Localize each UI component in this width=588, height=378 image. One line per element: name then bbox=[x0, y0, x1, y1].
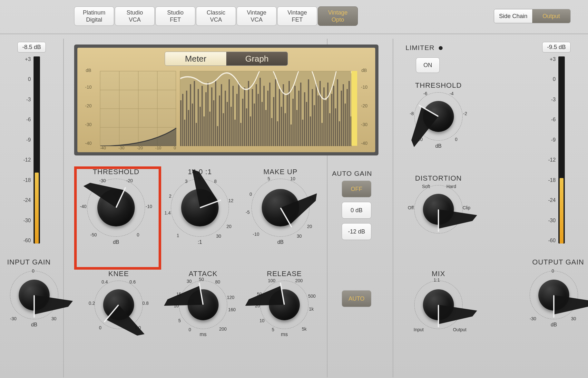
threshold-unit: dB bbox=[81, 239, 152, 245]
svg-rect-84 bbox=[331, 94, 332, 146]
svg-rect-44 bbox=[254, 104, 255, 146]
preset-classic-vca[interactable]: Classic VCA bbox=[196, 6, 236, 26]
svg-rect-28 bbox=[223, 113, 224, 146]
input-meter: -8.5 dB +30 -3-6 -9-12 -18-24 -30-60 bbox=[9, 42, 54, 244]
input-meter-scale: +30 -3-6 -9-12 -18-24 -30-60 bbox=[23, 56, 31, 244]
limiter-on-button[interactable]: ON bbox=[416, 57, 440, 73]
svg-rect-70 bbox=[304, 92, 305, 146]
threshold-knob[interactable]: THRESHOLD -30 -20 -40 -10 -50 0 dB bbox=[81, 168, 152, 245]
makeup-unit: dB bbox=[245, 239, 316, 245]
svg-rect-31 bbox=[229, 79, 230, 146]
svg-rect-88 bbox=[339, 121, 340, 146]
svg-rect-11 bbox=[190, 84, 191, 146]
svg-rect-86 bbox=[335, 108, 336, 146]
svg-rect-69 bbox=[302, 120, 303, 146]
makeup-knob[interactable]: MAKE UP 5 10 0 15 -5 20 -10 30 dB bbox=[245, 168, 316, 245]
svg-rect-12 bbox=[192, 104, 193, 146]
auto-gain-minus12-button[interactable]: -12 dB bbox=[342, 223, 371, 240]
curve-plot-x-ticks: -40-30 -20-10 0 bbox=[100, 145, 176, 150]
svg-rect-9 bbox=[186, 91, 187, 146]
svg-rect-38 bbox=[242, 99, 243, 146]
svg-rect-7 bbox=[182, 94, 183, 146]
preset-vintage-vca[interactable]: Vintage VCA bbox=[237, 6, 277, 26]
svg-rect-49 bbox=[263, 86, 265, 146]
threshold-label: THRESHOLD bbox=[81, 168, 152, 176]
svg-rect-48 bbox=[261, 102, 263, 146]
input-gain-knob[interactable]: 0 -30 30 dB bbox=[0, 268, 70, 328]
svg-rect-27 bbox=[221, 84, 222, 146]
svg-rect-42 bbox=[250, 116, 251, 146]
svg-rect-62 bbox=[289, 81, 290, 146]
display-left-axis: -10 -20 -30 -40 bbox=[85, 71, 93, 146]
svg-rect-23 bbox=[213, 100, 214, 146]
svg-rect-52 bbox=[269, 83, 270, 146]
preset-studio-fet[interactable]: Studio FET bbox=[155, 6, 195, 26]
ratio-knob[interactable]: 14.0 :1 5 3 8 2 12 1.4 20 1 30 :1 bbox=[164, 168, 235, 245]
svg-rect-91 bbox=[345, 104, 346, 146]
svg-rect-21 bbox=[209, 112, 211, 146]
mix-knob[interactable]: MIX 1:1 Input Output bbox=[403, 270, 474, 332]
display-tab-graph[interactable]: Graph bbox=[226, 52, 288, 65]
svg-rect-67 bbox=[298, 91, 299, 146]
svg-rect-73 bbox=[310, 116, 311, 146]
svg-rect-16 bbox=[200, 107, 201, 146]
svg-rect-34 bbox=[234, 120, 236, 146]
display-right-axis: -10 -20 -30 -40 bbox=[358, 71, 368, 146]
svg-rect-6 bbox=[180, 100, 181, 146]
svg-rect-90 bbox=[343, 84, 344, 146]
svg-rect-26 bbox=[219, 95, 220, 146]
svg-rect-10 bbox=[188, 110, 189, 146]
svg-rect-71 bbox=[306, 102, 307, 146]
io-side-chain[interactable]: Side Chain bbox=[494, 9, 532, 23]
svg-rect-22 bbox=[211, 87, 212, 146]
knee-knob[interactable]: KNEE 0.4 0.6 0.2 0.8 0 1.0 bbox=[83, 270, 154, 332]
preset-studio-vca[interactable]: Studio VCA bbox=[115, 6, 155, 26]
reduction-strip bbox=[351, 71, 357, 146]
auto-gain-off-button[interactable]: OFF bbox=[342, 181, 371, 197]
svg-rect-77 bbox=[318, 95, 319, 146]
io-output[interactable]: Output bbox=[532, 9, 570, 23]
svg-rect-92 bbox=[347, 89, 348, 146]
svg-rect-37 bbox=[240, 123, 241, 146]
svg-rect-13 bbox=[194, 81, 195, 146]
auto-gain-label: AUTO GAIN bbox=[332, 170, 372, 177]
svg-rect-79 bbox=[321, 123, 323, 146]
preset-vintage-fet[interactable]: Vintage FET bbox=[277, 6, 317, 26]
preset-vintage-opto[interactable]: Vintage Opto bbox=[318, 6, 358, 26]
display-tab-meter[interactable]: Meter bbox=[165, 52, 226, 65]
curve-plot bbox=[100, 71, 176, 146]
limiter-threshold-knob[interactable]: THRESHOLD -6 -4 -8 -2 -10 0 dB bbox=[403, 81, 474, 149]
distortion-knob[interactable]: DISTORTION Soft Hard Off Clip bbox=[403, 174, 474, 236]
svg-rect-57 bbox=[279, 89, 280, 146]
svg-rect-72 bbox=[308, 79, 309, 146]
auto-gain-0db-button[interactable]: 0 dB bbox=[342, 202, 371, 219]
svg-rect-74 bbox=[312, 89, 313, 146]
svg-rect-51 bbox=[267, 91, 269, 146]
output-gain-unit: dB bbox=[518, 322, 588, 328]
release-label: RELEASE bbox=[249, 270, 320, 278]
auto-gain-auto-button[interactable]: AUTO bbox=[342, 290, 371, 307]
svg-rect-78 bbox=[319, 81, 321, 146]
svg-rect-30 bbox=[227, 102, 228, 146]
svg-rect-87 bbox=[337, 79, 338, 146]
svg-rect-89 bbox=[341, 91, 342, 146]
svg-rect-8 bbox=[184, 120, 185, 146]
preset-platinum-digital[interactable]: Platinum Digital bbox=[74, 6, 114, 26]
output-meter: -9.5 dB +30 -3-6 -9-12 -18-24 -30-60 bbox=[534, 42, 579, 244]
svg-rect-46 bbox=[258, 94, 259, 146]
svg-rect-25 bbox=[217, 126, 218, 146]
release-knob[interactable]: RELEASE 100 200 50 500 20 1k 10 5 5k ms bbox=[249, 270, 320, 337]
attack-knob[interactable]: ATTACK 50 30 80 15 120 10 160 5 0 200 ms bbox=[168, 270, 239, 337]
output-gain-label: OUTPUT GAIN bbox=[532, 258, 584, 266]
svg-rect-76 bbox=[316, 84, 317, 146]
svg-rect-83 bbox=[329, 113, 330, 146]
svg-rect-24 bbox=[215, 81, 216, 146]
svg-rect-41 bbox=[248, 81, 249, 146]
output-gain-knob[interactable]: 0 -30 30 dB bbox=[518, 268, 588, 328]
output-meter-readout: -9.5 dB bbox=[542, 42, 571, 53]
svg-rect-20 bbox=[207, 83, 209, 146]
svg-rect-61 bbox=[287, 94, 288, 146]
svg-rect-47 bbox=[260, 78, 261, 146]
makeup-label: MAKE UP bbox=[245, 168, 316, 176]
svg-rect-40 bbox=[246, 108, 247, 146]
